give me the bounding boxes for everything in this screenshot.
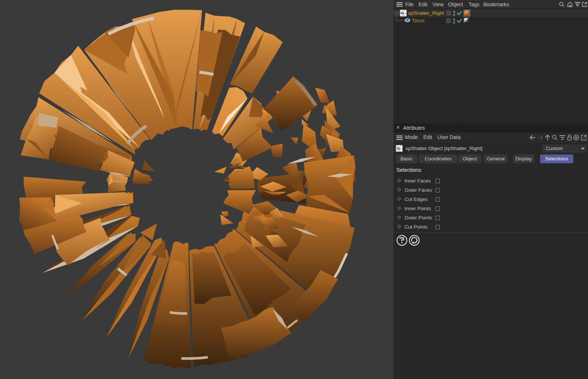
svg-text:xpShatter_Right: xpShatter_Right (408, 10, 444, 16)
svg-text:Torus: Torus (412, 18, 424, 24)
